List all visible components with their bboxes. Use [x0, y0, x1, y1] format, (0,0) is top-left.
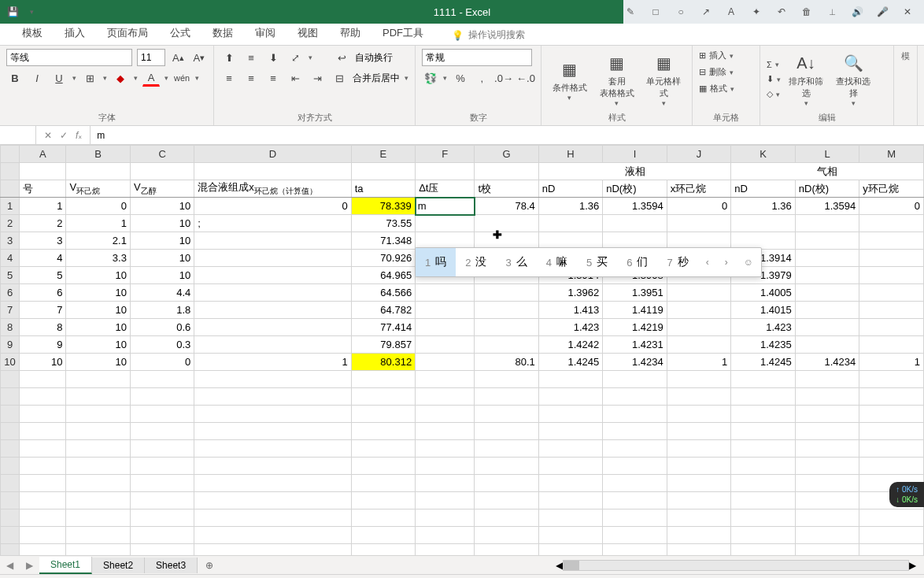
cell[interactable]: 1.4005: [731, 284, 795, 302]
number-format-select[interactable]: [422, 49, 532, 66]
sheet-nav-prev-icon[interactable]: ◀: [0, 560, 20, 571]
close-icon[interactable]: ✕: [900, 5, 915, 19]
save-icon[interactable]: 💾: [6, 6, 19, 18]
cell[interactable]: 10: [20, 354, 66, 371]
cell[interactable]: 3: [20, 232, 66, 250]
ime-candidate[interactable]: 2 没: [456, 248, 496, 276]
align-left-icon[interactable]: ≡: [220, 69, 238, 87]
comma-icon[interactable]: ,: [474, 69, 490, 87]
cell[interactable]: 78.4: [475, 198, 538, 215]
horizontal-scrollbar[interactable]: [563, 560, 909, 571]
cell-styles-button[interactable]: ▦单元格样式▾: [641, 49, 686, 110]
cell[interactable]: 3.3: [66, 250, 130, 267]
add-sheet-button[interactable]: ⊕: [198, 560, 221, 571]
cell[interactable]: 4.4: [130, 284, 194, 302]
cell[interactable]: [667, 284, 731, 302]
align-bottom-icon[interactable]: ⬇: [264, 49, 282, 66]
cell[interactable]: 1: [66, 215, 130, 232]
cell[interactable]: [667, 302, 731, 319]
col-header[interactable]: A: [20, 146, 66, 163]
cell[interactable]: [859, 302, 924, 319]
qat-dropdown-icon[interactable]: ▾: [25, 6, 38, 18]
cell[interactable]: [475, 284, 538, 302]
cell[interactable]: [475, 319, 538, 336]
align-middle-icon[interactable]: ≡: [242, 49, 260, 66]
cell[interactable]: [194, 232, 351, 250]
ime-candidate-bar[interactable]: 1 吗2 没3 么4 嘛5 买6 们7 秒‹›☺: [415, 247, 762, 277]
wand-icon[interactable]: ✦: [749, 5, 763, 19]
phonetic-button[interactable]: wén: [173, 69, 190, 87]
delete-cells-button[interactable]: ⊟ 删除 ▾: [699, 65, 753, 79]
ime-candidate[interactable]: 3 么: [496, 248, 536, 276]
cell[interactable]: [194, 284, 351, 302]
orientation-icon[interactable]: ⤢: [286, 49, 304, 66]
find-select-button[interactable]: 🔍查找和选择▾: [831, 49, 875, 110]
col-header[interactable]: E: [351, 146, 416, 163]
formula-input[interactable]: m: [91, 130, 924, 141]
tab-pdf[interactable]: PDF工具: [373, 21, 433, 45]
cell[interactable]: 79.857: [351, 336, 416, 354]
row-header[interactable]: 1: [1, 198, 20, 215]
cell[interactable]: 80.1: [475, 354, 538, 371]
currency-icon[interactable]: 💱: [422, 69, 438, 87]
cell[interactable]: 73.55: [351, 215, 416, 232]
align-top-icon[interactable]: ⬆: [220, 49, 238, 66]
cell[interactable]: 2.1: [66, 232, 130, 250]
cell[interactable]: [194, 302, 351, 319]
cell[interactable]: 1.4015: [731, 302, 795, 319]
cell[interactable]: [194, 250, 351, 267]
cell[interactable]: 1.3594: [603, 198, 667, 215]
align-right-icon[interactable]: ≡: [264, 69, 282, 87]
cell[interactable]: 0: [130, 354, 194, 371]
tab-layout[interactable]: 页面布局: [98, 21, 157, 45]
cell[interactable]: 64.965: [351, 267, 416, 284]
cell[interactable]: [859, 319, 924, 336]
cell[interactable]: 10: [66, 336, 130, 354]
circle-icon[interactable]: ○: [674, 5, 688, 19]
cell[interactable]: 1.413: [538, 302, 602, 319]
row-header[interactable]: [1, 163, 20, 180]
fx-icon[interactable]: fₓ: [76, 130, 82, 141]
cell[interactable]: 10: [66, 302, 130, 319]
row-header[interactable]: 5: [1, 267, 20, 284]
cell[interactable]: [795, 319, 859, 336]
cell[interactable]: 1.4219: [603, 319, 667, 336]
cell[interactable]: [859, 250, 924, 267]
cell[interactable]: 7: [20, 302, 66, 319]
row-header[interactable]: 9: [1, 336, 20, 354]
cell[interactable]: 1.8: [130, 302, 194, 319]
cell[interactable]: 80.312: [351, 354, 416, 371]
cell[interactable]: 10: [66, 284, 130, 302]
col-header[interactable]: B: [66, 146, 130, 163]
cell[interactable]: 1: [194, 354, 351, 371]
row-header[interactable]: 8: [1, 319, 20, 336]
cell[interactable]: 10: [130, 267, 194, 284]
wrap-text-label[interactable]: 自动换行: [355, 51, 393, 65]
ime-candidate[interactable]: 1 吗: [416, 248, 456, 276]
percent-icon[interactable]: %: [452, 69, 468, 87]
cell[interactable]: 64.782: [351, 302, 416, 319]
format-cells-button[interactable]: ▦ 格式 ▾: [699, 82, 753, 95]
wrap-text-icon[interactable]: ↩: [333, 49, 350, 66]
sheet-tab-1[interactable]: Sheet1: [39, 557, 92, 574]
cell[interactable]: [795, 267, 859, 284]
cell[interactable]: 1.3962: [538, 284, 602, 302]
cell[interactable]: [795, 302, 859, 319]
tab-insert[interactable]: 插入: [55, 21, 94, 45]
cell[interactable]: [795, 250, 859, 267]
cell[interactable]: [416, 284, 475, 302]
cell[interactable]: [731, 215, 795, 232]
fill-color-button[interactable]: ◆: [112, 69, 129, 87]
cell[interactable]: 2: [20, 215, 66, 232]
cell[interactable]: [795, 284, 859, 302]
col-header[interactable]: K: [731, 146, 795, 163]
col-header[interactable]: L: [795, 146, 859, 163]
cell[interactable]: 10: [66, 354, 130, 371]
col-header[interactable]: M: [859, 146, 924, 163]
row-header[interactable]: 7: [1, 302, 20, 319]
hscroll-right-icon[interactable]: ▶: [909, 560, 916, 571]
ime-prev-icon[interactable]: ‹: [698, 248, 717, 276]
cell[interactable]: 0: [194, 198, 351, 215]
table-format-button[interactable]: ▦套用 表格格式▾: [595, 49, 639, 110]
cell[interactable]: 70.926: [351, 250, 416, 267]
